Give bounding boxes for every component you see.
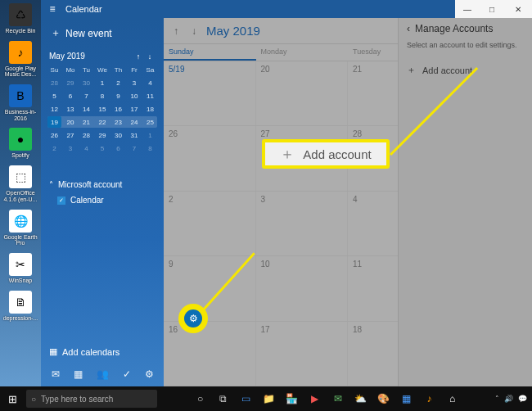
mini-day[interactable]: 4 [79, 142, 93, 154]
mail-icon[interactable]: ✉ [52, 368, 60, 380]
mini-day[interactable]: 18 [143, 103, 157, 115]
taskbar-app[interactable]: 📁 [262, 391, 277, 406]
mini-day[interactable]: 27 [64, 129, 78, 141]
mini-day[interactable]: 29 [96, 129, 110, 141]
add-calendars-button[interactable]: ▦ Add calendars [41, 340, 164, 364]
taskbar-app[interactable]: ♪ [422, 391, 437, 406]
calendar-icon[interactable]: ▦ [74, 368, 83, 380]
mini-day[interactable]: 4 [143, 77, 157, 88]
mini-day[interactable]: 14 [79, 103, 93, 115]
mini-day[interactable]: 10 [128, 90, 142, 102]
taskbar-app[interactable]: 🏪 [285, 391, 300, 406]
mini-day[interactable]: 2 [111, 77, 125, 88]
mini-next-icon[interactable]: ↓ [144, 52, 156, 61]
mini-day[interactable]: 6 [111, 142, 125, 154]
new-event-label: New event [65, 28, 112, 39]
taskbar-app[interactable]: ▦ [399, 391, 414, 406]
mini-day[interactable]: 20 [64, 116, 78, 128]
people-icon[interactable]: 👥 [97, 368, 109, 380]
todo-icon[interactable]: ✓ [123, 368, 131, 380]
taskbar-app[interactable]: ⛅ [354, 391, 368, 406]
calendar-cell[interactable]: 20 [256, 61, 349, 125]
back-icon[interactable]: ‹ [407, 23, 410, 34]
mini-day[interactable]: 7 [79, 90, 93, 102]
mini-day[interactable]: 11 [143, 90, 157, 102]
calendar-cell[interactable]: 26 [164, 126, 256, 190]
calendar-cell[interactable]: 10 [256, 256, 349, 320]
checkbox-icon[interactable]: ✓ [57, 196, 65, 205]
taskbar-app[interactable]: ⌂ [445, 391, 460, 406]
desktop-icon[interactable]: ●Spotify [2, 128, 39, 159]
calendar-cell[interactable]: 5/19 [164, 61, 256, 125]
calendar-cell[interactable]: 2 [164, 192, 256, 255]
mini-day[interactable]: 19 [47, 116, 61, 128]
mini-day[interactable]: 2 [47, 142, 61, 154]
app-icon: ♪ [9, 41, 32, 64]
desktop-icon[interactable]: ♺Recycle Bin [2, 3, 39, 34]
tray-chevron-icon[interactable]: ˄ [495, 395, 499, 403]
mini-day[interactable]: 22 [96, 116, 110, 128]
mini-day[interactable]: 1 [143, 129, 157, 141]
task-view-icon[interactable]: ⧉ [216, 391, 231, 406]
desktop-icon[interactable]: ✂WinSnap [2, 253, 39, 284]
mini-day[interactable]: 30 [111, 129, 125, 141]
account-calendar-item[interactable]: ✓ Calendar [49, 194, 156, 206]
hamburger-icon[interactable]: ≡ [41, 3, 64, 15]
mini-day[interactable]: 17 [128, 103, 142, 115]
mini-calendar[interactable]: SuMoTuWeThFrSa28293012345678910111213141… [41, 64, 164, 156]
mini-day[interactable]: 21 [79, 116, 93, 128]
mini-day[interactable]: 8 [96, 90, 110, 102]
taskbar-app[interactable]: 🎨 [376, 391, 391, 406]
start-button[interactable]: ⊞ [0, 386, 25, 411]
taskbar-app[interactable]: ▭ [239, 391, 254, 406]
mini-day[interactable]: 13 [64, 103, 78, 115]
mini-day[interactable]: 23 [111, 116, 125, 128]
mini-day[interactable]: 24 [128, 116, 142, 128]
desktop-icon[interactable]: ⬚OpenOffice 4.1.6 (en-U... [2, 165, 39, 202]
mini-prev-icon[interactable]: ↑ [133, 52, 144, 61]
mini-day[interactable]: 3 [64, 142, 78, 154]
mini-day[interactable]: 29 [64, 77, 78, 88]
gear-icon[interactable]: ⚙ [184, 309, 202, 327]
mini-day[interactable]: 15 [96, 103, 110, 115]
tray-action-center-icon[interactable]: 💬 [518, 395, 527, 403]
calendar-cell[interactable]: 16 [164, 322, 256, 386]
next-period-icon[interactable]: ↓ [188, 25, 200, 37]
mini-day[interactable]: 28 [79, 129, 93, 141]
taskbar-app[interactable]: ▶ [308, 391, 322, 406]
mini-day[interactable]: 26 [47, 129, 61, 141]
mini-day[interactable]: 5 [96, 142, 110, 154]
mini-day[interactable]: 25 [143, 116, 157, 128]
maximize-button[interactable]: □ [480, 0, 504, 18]
mini-day[interactable]: 28 [47, 77, 61, 88]
calendar-cell[interactable]: 17 [256, 322, 349, 386]
taskbar-app[interactable]: ✉ [331, 391, 345, 406]
minimize-button[interactable]: — [455, 0, 480, 18]
desktop-icon[interactable]: BBusiness-in-2016 [2, 84, 39, 121]
taskbar-search[interactable]: ○ Type here to search [26, 390, 157, 408]
mini-day[interactable]: 6 [64, 90, 78, 102]
new-event-button[interactable]: ＋ New event [41, 18, 164, 48]
mini-day[interactable]: 3 [128, 77, 142, 88]
mini-day[interactable]: 1 [96, 77, 110, 88]
desktop-icon[interactable]: 🌐Google Earth Pro [2, 210, 39, 246]
mini-day[interactable]: 30 [79, 77, 93, 88]
desktop-icon-label: Google Earth Pro [2, 234, 39, 246]
tray-network-icon[interactable]: 🔊 [504, 395, 513, 403]
mini-day[interactable]: 7 [128, 142, 142, 154]
cortana-icon[interactable]: ○ [193, 391, 208, 406]
mini-day[interactable]: 12 [47, 103, 61, 115]
desktop-icon[interactable]: 🗎depression-... [2, 291, 39, 322]
account-section-header[interactable]: ˄ Microsoft account [49, 180, 156, 189]
settings-icon[interactable]: ⚙ [145, 368, 154, 380]
mini-day[interactable]: 31 [128, 129, 142, 141]
close-button[interactable]: ✕ [504, 0, 532, 18]
desktop-icon[interactable]: ♪Google Play Music Des... [2, 41, 39, 78]
prev-period-icon[interactable]: ↑ [170, 25, 182, 37]
calendar-cell[interactable]: 3 [256, 192, 349, 255]
app-icon: 🗎 [9, 291, 32, 314]
mini-day[interactable]: 16 [111, 103, 125, 115]
mini-day[interactable]: 9 [111, 90, 125, 102]
mini-day[interactable]: 8 [143, 142, 157, 154]
mini-day[interactable]: 5 [47, 90, 61, 102]
